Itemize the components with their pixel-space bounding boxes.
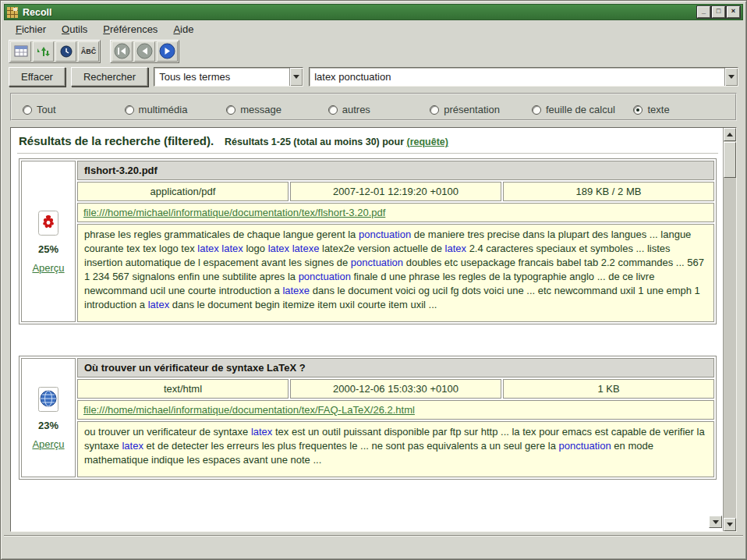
result-date: 2007-12-01 12:19:20 +0100 <box>290 182 501 201</box>
filter-texte[interactable]: texte <box>633 100 735 119</box>
doc-table-button[interactable] <box>10 41 31 62</box>
result-icon-cell: 25% Aperçu <box>21 161 76 322</box>
term-explorer-icon: ÂBĈ <box>81 48 97 55</box>
results-title: Résultats de la recherche (filtered). <box>19 134 214 147</box>
result-size: 1 KB <box>503 379 714 399</box>
filter-multimedia[interactable]: multimédia <box>125 100 227 119</box>
menu-bar: Fichier Outils Préférences Aide <box>4 20 743 38</box>
result-url-cell: file:///home/michael/informatique/docume… <box>77 400 714 420</box>
arrow-down-icon <box>713 520 719 524</box>
search-mode-value: Tous les termes <box>154 71 289 83</box>
arrow-left-icon <box>136 43 153 59</box>
results-header: Résultats de la recherche (filtered).Rés… <box>17 133 718 147</box>
minimize-button[interactable]: _ <box>697 6 710 18</box>
filter-presentation[interactable]: présentation <box>430 100 532 119</box>
filter-message[interactable]: message <box>226 100 328 119</box>
table-icon <box>14 45 28 58</box>
inner-scroll-down-button[interactable] <box>709 516 722 528</box>
results-area: Résultats de la recherche (filtered).Rés… <box>10 127 737 532</box>
arrow-right-icon <box>159 43 175 59</box>
radio-icon[interactable] <box>328 105 338 115</box>
result-meta-row: text/html 2000-12-06 15:03:30 +0100 1 KB <box>77 379 714 399</box>
first-page-button[interactable] <box>112 41 133 62</box>
prev-page-button[interactable] <box>134 41 155 62</box>
query-link[interactable]: (requête) <box>406 136 448 147</box>
relevance-score: 25% <box>38 243 58 255</box>
result-snippet: ou trouver un verificateur de syntaxe la… <box>77 421 714 477</box>
relevance-score: 23% <box>38 420 58 431</box>
radio-icon[interactable] <box>532 105 541 115</box>
sort-arrows-icon <box>37 45 50 58</box>
result-date: 2000-12-06 15:03:30 +0100 <box>290 379 501 399</box>
toolbar-group-tools: ÂBĈ <box>9 40 101 63</box>
result-url-cell: file:///home/michael/informatique/docume… <box>77 203 714 222</box>
radio-icon[interactable] <box>23 105 32 115</box>
term-explorer-button[interactable]: ÂBĈ <box>78 41 99 62</box>
query-history-chevron-icon[interactable] <box>724 68 738 86</box>
result-size: 189 KB / 2 MB <box>503 182 714 201</box>
result-mime: application/pdf <box>77 182 289 201</box>
recoll-window: Recoll _ □ × Fichier Outils Préférences … <box>0 0 747 560</box>
filter-bar: Tout multimédia message autres présentat… <box>10 93 737 121</box>
history-button[interactable] <box>55 41 76 62</box>
result-url-link[interactable]: file:///home/michael/informatique/docume… <box>83 207 385 218</box>
results-stats: Résultats 1-25 (total au moins 30) pour <box>225 136 406 147</box>
history-clock-icon <box>60 45 73 58</box>
result-meta-row: application/pdf 2007-12-01 12:19:20 +010… <box>77 182 714 201</box>
search-row: Effacer Rechercher Tous les termes latex… <box>4 64 743 90</box>
preview-link[interactable]: Aperçu <box>32 438 64 450</box>
arrow-down-icon <box>727 523 733 526</box>
search-mode-select[interactable]: Tous les termes <box>154 67 303 87</box>
menu-preferences[interactable]: Préférences <box>96 22 165 37</box>
maximize-button[interactable]: □ <box>712 6 725 18</box>
close-button[interactable]: × <box>727 6 740 18</box>
radio-icon[interactable] <box>633 105 643 115</box>
preview-link[interactable]: Aperçu <box>32 262 64 274</box>
filter-feuille-de-calcul[interactable]: feuille de calcul <box>532 100 634 119</box>
result-list: Résultats de la recherche (filtered).Rés… <box>11 128 723 531</box>
query-input[interactable]: latex ponctuation <box>309 67 738 87</box>
radio-icon[interactable] <box>430 105 439 115</box>
status-bar <box>4 536 743 556</box>
search-button[interactable]: Rechercher <box>71 67 148 87</box>
html-globe-icon <box>36 386 61 413</box>
result-entry: 25% Aperçu flshort-3.20.pdf application/… <box>19 158 717 324</box>
radio-icon[interactable] <box>226 105 235 115</box>
toolbar: ÂBĈ <box>4 38 743 64</box>
menu-outils[interactable]: Outils <box>55 22 94 37</box>
menu-fichier[interactable]: Fichier <box>9 22 53 37</box>
result-entry: 23% Aperçu Où trouver un vérificateur de… <box>19 356 717 480</box>
menu-aide[interactable]: Aide <box>166 22 200 37</box>
result-url-link[interactable]: file:///home/michael/informatique/docume… <box>83 404 415 416</box>
arrow-up-icon <box>727 133 733 136</box>
result-title: flshort-3.20.pdf <box>77 161 714 180</box>
toolbar-group-paging <box>110 40 179 63</box>
scrollbar-track[interactable] <box>724 179 736 518</box>
title-bar[interactable]: Recoll _ □ × <box>4 4 743 20</box>
result-title: Où trouver un vérificateur de syntaxe La… <box>77 358 714 377</box>
scroll-down-button[interactable] <box>724 518 736 531</box>
pdf-icon <box>36 210 61 236</box>
radio-icon[interactable] <box>125 105 134 115</box>
window-title: Recoll <box>23 7 692 18</box>
results-scrollbar[interactable] <box>723 128 736 531</box>
scrollbar-thumb[interactable] <box>724 142 736 178</box>
query-value: latex ponctuation <box>310 71 724 83</box>
first-page-icon <box>114 43 130 59</box>
app-icon <box>7 7 18 18</box>
next-page-button[interactable] <box>157 41 178 62</box>
chevron-down-icon[interactable] <box>289 68 303 86</box>
result-icon-cell: 23% Aperçu <box>21 358 76 477</box>
sort-button[interactable] <box>33 41 54 62</box>
scroll-up-button[interactable] <box>724 128 736 141</box>
result-mime: text/html <box>77 379 289 399</box>
header-divider <box>17 153 718 154</box>
filter-autres[interactable]: autres <box>328 100 430 119</box>
clear-button[interactable]: Effacer <box>9 67 65 87</box>
filter-tout[interactable]: Tout <box>23 100 125 119</box>
result-snippet: phrase les regles grammaticales de chaqu… <box>77 224 714 322</box>
